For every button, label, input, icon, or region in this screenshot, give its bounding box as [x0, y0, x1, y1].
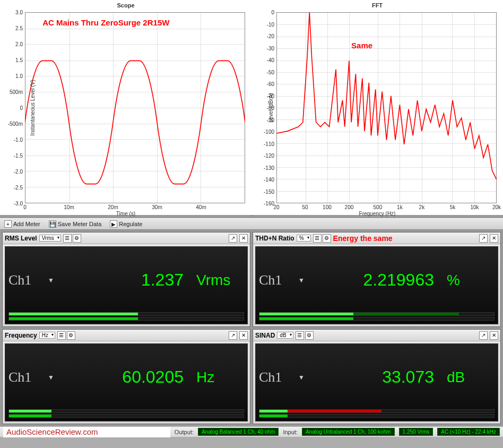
gear-icon[interactable]: ⚙ [73, 234, 81, 243]
freq-unit: Hz [196, 369, 244, 386]
close-icon[interactable]: ✕ [239, 234, 248, 243]
scope-annotation: AC Mains Thru ZeroSurge 2R15W [42, 18, 169, 27]
rms-title: RMS Level [5, 235, 37, 242]
charts-row: Scope 3.0 2.5 2.0 1.5 1.0 500m 0 -500m [0, 0, 503, 215]
fft-annotation: Same [351, 41, 372, 50]
freq-header: Frequency Hz ☰ ⚙ ↗ ✕ [3, 330, 250, 341]
fft-body[interactable]: 0 -10 -20 -30 -40 -50 -60 -70 -80 -90 -1… [276, 12, 497, 203]
scope-trace [25, 12, 245, 232]
input-label: Input: [283, 429, 298, 435]
popout-icon[interactable]: ↗ [229, 234, 237, 243]
frequency-meter: Frequency Hz ☰ ⚙ ↗ ✕ Ch1 ▼ 60.0205 Hz [2, 329, 250, 424]
chart-icon[interactable]: ☰ [63, 234, 72, 243]
freq-value: 60.0205 [59, 367, 196, 387]
chevron-down-icon[interactable]: ▼ [298, 277, 305, 284]
meters-grid: RMS Level Vrms ☰ ⚙ ↗ ✕ Ch1 ▼ 1.237 Vrms [0, 230, 503, 426]
thdn-display: Ch1 ▼ 2.219963 % [255, 246, 498, 324]
sinad-header: SINAD dB ☰ ⚙ ↗ ✕ [253, 330, 500, 341]
thdn-header: THD+N Ratio % ☰ ⚙ Energy the same ↗ ✕ [253, 232, 500, 244]
sinad-channel: Ch1 [259, 369, 301, 385]
freq-unit-select[interactable]: Hz [39, 332, 55, 339]
chevron-down-icon[interactable]: ▼ [298, 374, 305, 381]
sinad-title: SINAD [255, 332, 275, 339]
gear-icon[interactable]: ⚙ [323, 234, 331, 243]
rms-unit: Vrms [196, 272, 244, 289]
sinad-display: Ch1 ▼ 33.073 dB [255, 343, 498, 421]
close-icon[interactable]: ✕ [490, 331, 498, 340]
thdn-title: THD+N Ratio [255, 235, 294, 242]
sinad-unit: dB [447, 369, 495, 386]
close-icon[interactable]: ✕ [490, 234, 498, 243]
rms-display: Ch1 ▼ 1.237 Vrms [5, 246, 248, 324]
rms-value: 1.237 [59, 270, 196, 290]
freq-display: Ch1 ▼ 60.0205 Hz [5, 343, 248, 421]
freq-title: Frequency [5, 332, 37, 339]
fft-title: FFT [253, 1, 502, 10]
sinad-value: 33.073 [310, 367, 447, 387]
close-icon[interactable]: ✕ [239, 331, 248, 340]
thdn-unit-select[interactable]: % [297, 235, 311, 242]
fft-panel: FFT 0 -10 -20 -30 -4 [252, 0, 503, 215]
input-value[interactable]: Analog Unbalanced 1 Ch, 100 kohm [302, 428, 395, 436]
fft-ylabel: Level (dBrA) [268, 93, 274, 123]
popout-icon[interactable]: ↗ [229, 331, 237, 340]
output-value[interactable]: Analog Balanced 1 Ch, 40 ohm [198, 428, 279, 436]
sinad-meter: SINAD dB ☰ ⚙ ↗ ✕ Ch1 ▼ 33.073 dB [253, 329, 501, 424]
scope-body[interactable]: 3.0 2.5 2.0 1.5 1.0 500m 0 -500m -1.0 -1… [25, 12, 245, 203]
thdn-unit: % [447, 272, 495, 289]
chevron-down-icon[interactable]: ▼ [48, 277, 54, 284]
rms-unit-select[interactable]: Vrms [39, 235, 61, 242]
scope-title: Scope [1, 1, 250, 10]
scope-panel: Scope 3.0 2.5 2.0 1.5 1.0 500m 0 -500m [0, 0, 252, 215]
plus-icon: + [4, 220, 12, 228]
gear-icon[interactable]: ⚙ [67, 331, 75, 340]
sinad-unit-select[interactable]: dB [277, 332, 293, 339]
gear-icon[interactable]: ⚙ [305, 331, 314, 340]
thdn-meter: THD+N Ratio % ☰ ⚙ Energy the same ↗ ✕ Ch… [253, 232, 501, 327]
thdn-channel: Ch1 [259, 272, 301, 288]
chart-icon[interactable]: ☰ [313, 234, 322, 243]
statusbar: AudioScienceReview.com Output: Analog Ba… [0, 426, 503, 437]
bandwidth-value[interactable]: AC (<10 Hz) - 22.4 kHz [437, 428, 500, 436]
rms-channel: Ch1 [8, 272, 51, 288]
output-label: Output: [175, 429, 194, 435]
popout-icon[interactable]: ↗ [479, 234, 488, 243]
freq-channel: Ch1 [8, 369, 51, 385]
rms-level-meter: RMS Level Vrms ☰ ⚙ ↗ ✕ Ch1 ▼ 1.237 Vrms [2, 232, 250, 327]
rms-header: RMS Level Vrms ☰ ⚙ ↗ ✕ [3, 232, 250, 244]
chart-icon[interactable]: ☰ [57, 331, 66, 340]
chevron-down-icon[interactable]: ▼ [48, 374, 54, 381]
chart-icon[interactable]: ☰ [296, 331, 304, 340]
scope-ylabel: Instantaneous Level (V) [30, 80, 36, 136]
thdn-value: 2.219963 [310, 270, 447, 290]
thdn-note: Energy the same [333, 234, 395, 243]
fft-trace [276, 12, 497, 232]
vrms-value[interactable]: 1.250 Vrms [399, 428, 433, 436]
brand-label: AudioScienceReview.com [3, 427, 170, 437]
popout-icon[interactable]: ↗ [479, 331, 488, 340]
